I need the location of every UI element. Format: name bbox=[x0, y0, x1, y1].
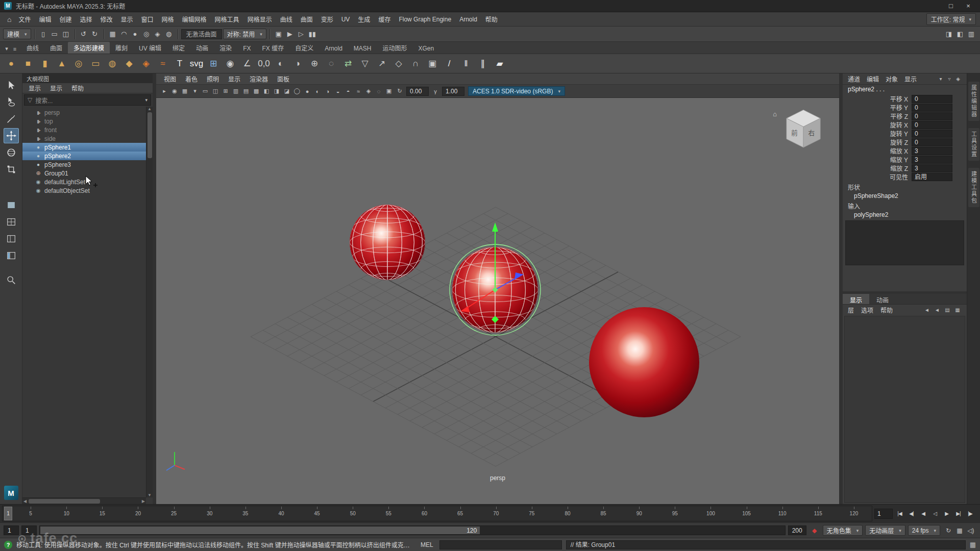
viewport-toolbar-icon[interactable]: ◨ bbox=[272, 86, 282, 96]
viewport-toolbar-icon[interactable]: ▩ bbox=[251, 86, 261, 96]
viewport-menu-item[interactable]: 面板 bbox=[273, 74, 294, 83]
menu-item[interactable]: UV bbox=[337, 14, 354, 24]
shelf-tool-icon[interactable]: ▣ bbox=[424, 56, 440, 72]
channel-box-menu-item[interactable]: 对象 bbox=[886, 74, 898, 83]
paint-select-tool-button[interactable] bbox=[4, 111, 19, 127]
transport-button[interactable]: ▶ bbox=[941, 508, 952, 519]
outliner-item[interactable]: defaultObjectSet bbox=[22, 186, 153, 195]
outliner-horizontal-scrollbar[interactable]: ◀▶ bbox=[22, 497, 146, 504]
viewport-toolbar-icon[interactable]: ▸ bbox=[159, 86, 169, 96]
shelf-tab[interactable]: 渲染 bbox=[214, 42, 237, 54]
single-pane-layout-button[interactable] bbox=[4, 197, 19, 213]
viewport-toolbar-icon[interactable]: ≈ bbox=[353, 86, 363, 96]
shelf-tool-icon[interactable]: ◈ bbox=[138, 56, 154, 72]
shelf-tool-icon[interactable]: ◆ bbox=[121, 56, 137, 72]
layer-editor-menu-item[interactable]: 帮助 bbox=[880, 306, 893, 314]
close-window-button[interactable]: × bbox=[961, 1, 976, 11]
home-icon[interactable]: ⌂ bbox=[4, 15, 14, 23]
shelf-menu-icon[interactable]: ▾ bbox=[3, 45, 10, 52]
shelf-tab[interactable]: 曲线 bbox=[21, 42, 44, 54]
snap-icon[interactable]: ● bbox=[130, 29, 141, 40]
menu-item[interactable]: 缓存 bbox=[374, 13, 395, 25]
shelf-tab[interactable]: FX bbox=[237, 43, 256, 54]
mel-toggle[interactable]: MEL bbox=[419, 541, 435, 548]
snap-icon[interactable]: ◠ bbox=[118, 29, 130, 40]
layer-list[interactable] bbox=[844, 316, 965, 503]
channel-attribute-value[interactable]: 0 bbox=[912, 121, 952, 129]
restore-window-button[interactable]: □ bbox=[943, 1, 959, 11]
viewport-toolbar-icon[interactable]: ▥ bbox=[231, 86, 241, 96]
viewport-toolbar-icon[interactable]: ▤ bbox=[241, 86, 251, 96]
shelf-tool-icon[interactable]: ↗ bbox=[374, 56, 390, 72]
animation-end-field[interactable]: 200 bbox=[788, 525, 806, 535]
sidebar-toggle-icon[interactable]: ◧ bbox=[954, 29, 966, 40]
viewport-menu-item[interactable]: 视图 bbox=[159, 74, 181, 83]
shelf-tool-icon[interactable]: ■ bbox=[20, 56, 36, 72]
channel-attribute-label[interactable]: 缩放 X bbox=[843, 146, 912, 155]
outliner-item[interactable]: pSphere2 bbox=[22, 152, 153, 160]
channel-attribute-label[interactable]: 平移 X bbox=[843, 94, 912, 103]
render-icon[interactable]: ▶ bbox=[284, 29, 296, 40]
layer-editor-icon[interactable]: ▤ bbox=[943, 307, 951, 313]
channel-attribute-label[interactable]: 可见性 bbox=[843, 172, 912, 181]
outliner-vertical-scrollbar[interactable]: ▲▼ bbox=[146, 107, 153, 497]
transport-button[interactable]: ◀| bbox=[905, 508, 917, 519]
channel-attribute-value[interactable]: 0 bbox=[912, 104, 952, 112]
select-tool-button[interactable] bbox=[4, 78, 19, 93]
maya-logo[interactable]: M bbox=[4, 486, 18, 500]
viewport-toolbar-icon[interactable]: ▭ bbox=[200, 86, 210, 96]
status-file-icon[interactable]: ◫ bbox=[60, 29, 71, 40]
shelf-tool-icon[interactable]: ◑ bbox=[289, 56, 306, 72]
zoom-tool-button[interactable] bbox=[4, 272, 19, 288]
character-set-selector[interactable]: 无角色集 ▾ bbox=[823, 525, 863, 536]
outliner-item[interactable]: persp bbox=[22, 108, 153, 117]
menu-item[interactable]: 修改 bbox=[96, 13, 117, 25]
viewport-toolbar-icon[interactable]: ◧ bbox=[261, 86, 272, 96]
workspace-selector[interactable]: 工作区: 常规 ▾ bbox=[926, 13, 976, 25]
shelf-tool-icon[interactable]: T bbox=[172, 56, 188, 72]
viewport-toolbar-icon[interactable]: ▣ bbox=[384, 86, 394, 96]
live-surface-field[interactable]: 无激活曲面 bbox=[181, 29, 222, 39]
layer-editor-tab[interactable]: 动画 bbox=[869, 294, 896, 304]
outliner-pane-layout-button[interactable] bbox=[4, 248, 19, 263]
status-history-icon[interactable]: ↺ bbox=[78, 29, 89, 40]
channel-attribute-value[interactable]: 启用 bbox=[912, 173, 952, 181]
shelf-tool-icon[interactable]: ⊕ bbox=[306, 56, 323, 72]
exposure-icon[interactable]: ↻ bbox=[395, 86, 405, 96]
two-pane-layout-button[interactable] bbox=[4, 231, 19, 246]
channel-attribute-value[interactable]: 0 bbox=[912, 130, 952, 138]
range-option-icon[interactable]: ◁) bbox=[965, 525, 976, 536]
shelf-tool-icon[interactable]: ≈ bbox=[155, 56, 171, 72]
menu-item[interactable]: Flow Graph Engine bbox=[395, 14, 455, 24]
exposure-field[interactable]: 0.00 bbox=[406, 87, 429, 96]
viewport-toolbar-icon[interactable]: ▾ bbox=[190, 86, 200, 96]
input-node-name[interactable]: polySphere2 bbox=[843, 211, 967, 219]
shelf-tool-icon[interactable]: ∠ bbox=[239, 56, 255, 72]
menu-set-selector[interactable]: 建模 ▾ bbox=[3, 29, 31, 39]
gamma-icon[interactable]: γ bbox=[430, 86, 440, 96]
script-editor-icon[interactable]: ▦ bbox=[970, 541, 976, 548]
status-file-icon[interactable]: ▭ bbox=[49, 29, 60, 40]
channel-box-mini-icon[interactable]: ◈ bbox=[954, 76, 962, 82]
shelf-tab[interactable]: Arnold bbox=[319, 43, 348, 54]
transport-button[interactable]: |▶ bbox=[964, 508, 976, 519]
shelf-tab[interactable]: 雕刻 bbox=[110, 42, 133, 54]
menu-item[interactable]: 网格工具 bbox=[211, 13, 243, 25]
range-option-icon[interactable]: ▦ bbox=[954, 525, 965, 536]
shelf-tool-icon[interactable]: 0,0 bbox=[256, 56, 272, 72]
menu-item[interactable]: 编辑 bbox=[35, 13, 55, 25]
shelf-tool-icon[interactable]: ◎ bbox=[70, 56, 87, 72]
layer-editor-tab[interactable]: 显示 bbox=[843, 294, 869, 304]
channel-attribute-value[interactable]: 0 bbox=[912, 95, 952, 103]
shelf-tool-icon[interactable]: ▭ bbox=[87, 56, 104, 72]
set-key-icon[interactable]: ◆ bbox=[809, 525, 820, 536]
viewport-canvas[interactable] bbox=[156, 73, 839, 504]
channel-attribute-value[interactable]: 3 bbox=[912, 164, 952, 172]
playhead[interactable]: 1 bbox=[4, 507, 12, 520]
shape-node-name[interactable]: pSphereShape2 bbox=[843, 192, 967, 200]
menu-item[interactable]: 生成 bbox=[354, 13, 374, 25]
channel-box-mini-icon[interactable]: ▿ bbox=[946, 76, 953, 82]
playback-start-field[interactable]: 1 bbox=[21, 525, 37, 535]
render-icon[interactable]: ▷ bbox=[296, 29, 307, 40]
shelf-tab[interactable]: 曲面 bbox=[44, 42, 68, 54]
